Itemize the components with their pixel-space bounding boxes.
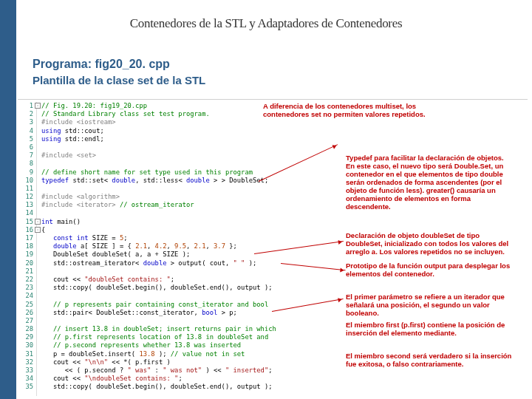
line-number: 7 <box>18 151 33 160</box>
line-number: 32 <box>18 358 33 366</box>
line-number: 2 <box>18 110 33 118</box>
line-number: 18 <box>18 242 33 250</box>
code-line: using std::endl; <box>41 135 528 143</box>
line-number: 33 <box>18 366 33 375</box>
annotation-second: El miembro second será verdadero si la i… <box>346 352 513 368</box>
line-number: 19 <box>18 250 33 259</box>
line-number: 12 <box>18 193 33 201</box>
line-number: 25 <box>18 301 33 309</box>
program-name: Programa: fig20_20. cpp <box>33 58 205 71</box>
fold-marker[interactable]: - <box>35 219 41 225</box>
line-number: 34 <box>18 375 33 383</box>
line-number: 28 <box>18 325 33 333</box>
code-line: using std::cout; <box>41 127 528 135</box>
line-number: 4 <box>18 127 33 135</box>
line-number: 31 <box>18 350 33 358</box>
code-line <box>41 209 528 217</box>
line-number: 11 <box>18 185 33 193</box>
line-number: 26 <box>18 309 33 317</box>
annotation-output: Prototipo de la función output para desp… <box>346 262 511 278</box>
line-number: 15 <box>18 218 33 226</box>
annotation-set-unique: A diferencia de los contenedores multise… <box>263 102 443 118</box>
line-number: 30 <box>18 341 33 349</box>
code-line: // p.second represents whether 13.8 was … <box>41 341 528 349</box>
code-area: A diferencia de los contenedores multise… <box>37 102 528 396</box>
line-number: 29 <box>18 333 33 341</box>
line-number: 14 <box>18 209 33 217</box>
line-number: 10 <box>18 177 33 185</box>
line-number: 35 <box>18 383 33 391</box>
code-line: int main() <box>41 218 528 226</box>
line-number: 6 <box>18 143 33 151</box>
annotation-pair: El primer parámetro se refiere a un iter… <box>346 293 513 317</box>
code-pane: 1234567891011121314151617181920212223242… <box>18 102 528 396</box>
line-number: 24 <box>18 292 33 300</box>
line-number: 17 <box>18 234 33 242</box>
annotation-first: El miembro first (p.first) contiene la p… <box>346 321 513 337</box>
slide: Contenedores de la STL y Adaptadores de … <box>0 0 532 399</box>
slide-title: Contenedores de la STL y Adaptadores de … <box>0 16 532 31</box>
line-number: 21 <box>18 267 33 276</box>
code-line <box>41 143 528 151</box>
line-number: 16 <box>18 226 33 234</box>
code-line: std::copy( doubleSet.begin(), doubleSet.… <box>41 383 528 391</box>
annotation-typedef: Typedef para facilitar la declaración de… <box>346 154 513 211</box>
line-number: 8 <box>18 160 33 168</box>
line-number: 27 <box>18 317 33 325</box>
fold-marker[interactable]: - <box>35 227 41 233</box>
subheading: Programa: fig20_20. cpp Plantilla de la … <box>33 58 205 86</box>
code-line: #include <iostream> <box>41 118 528 126</box>
line-number: 20 <box>18 259 33 267</box>
line-number: 3 <box>18 118 33 126</box>
line-number: 1 <box>18 102 33 110</box>
line-number: 23 <box>18 284 33 292</box>
line-number: 5 <box>18 135 33 143</box>
fold-marker[interactable]: - <box>35 103 41 109</box>
annotation-decl: Declaración de objeto doubleSet de tipo … <box>346 231 513 256</box>
line-number-gutter: 1234567891011121314151617181920212223242… <box>18 102 37 396</box>
line-number: 9 <box>18 168 33 177</box>
divider <box>18 99 528 100</box>
line-number: 22 <box>18 276 33 284</box>
left-accent-bar <box>0 0 16 399</box>
code-line: std::copy( doubleSet.begin(), doubleSet.… <box>41 284 528 292</box>
program-desc: Plantilla de la clase set de la STL <box>33 74 205 86</box>
line-number: 13 <box>18 201 33 209</box>
code-line: cout << "\ndoubleSet contains: "; <box>41 375 528 383</box>
